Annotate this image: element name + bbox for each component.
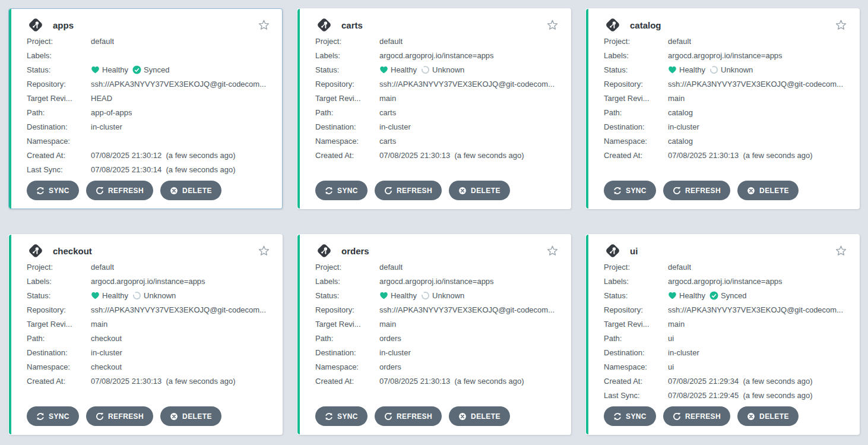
application-card[interactable]: carts Project:defaultLabels:argocd.argop…: [297, 8, 571, 209]
favorite-star-icon[interactable]: [546, 19, 559, 31]
field-row: Namespace:catalog: [604, 134, 850, 148]
field-label: Destination:: [315, 348, 379, 357]
field-label: Status:: [27, 65, 91, 74]
delete-button[interactable]: DELETE: [449, 181, 510, 200]
field-value: in-cluster: [379, 348, 411, 357]
status-unknown: Unknown: [132, 291, 176, 300]
field-row: Path:ui: [604, 331, 850, 345]
application-icon: [27, 16, 45, 34]
status-value: HealthySynced: [91, 65, 169, 74]
application-card[interactable]: apps Project:defaultLabels:Status:Health…: [8, 8, 283, 209]
status-value: HealthyUnknown: [91, 291, 176, 300]
field-value: checkout: [91, 362, 122, 371]
card-actions: SYNC REFRESH DELETE: [315, 406, 561, 426]
delete-button[interactable]: DELETE: [737, 406, 799, 426]
sync-button-label: SYNC: [626, 412, 647, 421]
field-row: Destination:in-cluster: [315, 345, 561, 359]
status-healthy: Healthy: [91, 65, 128, 74]
field-value: catalog: [668, 108, 693, 117]
sync-button[interactable]: SYNC: [27, 181, 79, 200]
healthy-icon: [379, 66, 388, 74]
field-row: Target Revi...main: [604, 91, 850, 105]
refresh-icon: [96, 187, 104, 195]
card-header: checkout: [27, 242, 273, 260]
field-row: Repository:ssh://APKA3NYVY37VEX3EKOJQ@gi…: [27, 77, 273, 91]
field-row: Last Sync:07/08/2025 21:30:14 (a few sec…: [27, 162, 273, 176]
favorite-star-icon[interactable]: [258, 19, 270, 31]
favorite-star-icon[interactable]: [546, 245, 559, 257]
field-label: Destination:: [604, 122, 668, 131]
field-row: Status:HealthySynced: [604, 288, 850, 302]
card-header: catalog: [604, 16, 850, 34]
health-ribbon: [586, 235, 588, 434]
field-label: Namespace:: [604, 362, 668, 371]
healthy-icon: [91, 66, 100, 74]
favorite-star-icon[interactable]: [835, 245, 847, 257]
delete-button[interactable]: DELETE: [449, 406, 510, 426]
favorite-star-icon[interactable]: [258, 245, 270, 257]
field-row: Last Sync:07/08/2025 21:29:45 (a few sec…: [604, 388, 850, 402]
unknown-icon: [132, 291, 141, 300]
field-label: Destination:: [604, 348, 668, 357]
status-value: HealthyUnknown: [379, 65, 464, 74]
field-row: Repository:ssh://APKA3NYVY37VEX3EKOJQ@gi…: [27, 302, 273, 317]
sync-icon: [36, 187, 45, 195]
status-healthy: Healthy: [668, 65, 705, 74]
field-value: 07/08/2025 21:29:34 (a few seconds ago): [668, 377, 813, 386]
refresh-button[interactable]: REFRESH: [86, 181, 153, 200]
refresh-button[interactable]: REFRESH: [663, 406, 730, 426]
delete-button[interactable]: DELETE: [160, 406, 221, 426]
field-value: ssh://APKA3NYVY37VEX3EKOJQ@git-codecom..…: [379, 305, 555, 314]
status-synced: Synced: [132, 65, 169, 74]
refresh-button[interactable]: REFRESH: [375, 181, 442, 200]
refresh-button[interactable]: REFRESH: [86, 406, 153, 426]
sync-button[interactable]: SYNC: [27, 406, 79, 426]
sync-icon: [325, 187, 333, 195]
field-label: Target Revi...: [315, 320, 379, 329]
application-name: ui: [630, 246, 638, 256]
sync-button[interactable]: SYNC: [315, 181, 368, 200]
sync-button-label: SYNC: [49, 412, 69, 421]
refresh-button[interactable]: REFRESH: [375, 406, 442, 426]
application-card[interactable]: checkout Project:defaultLabels:argocd.ar…: [8, 234, 283, 435]
field-row: Repository:ssh://APKA3NYVY37VEX3EKOJQ@gi…: [315, 77, 561, 91]
field-rows: Project:defaultLabels:Status:HealthySync…: [27, 34, 273, 176]
sync-button[interactable]: SYNC: [604, 406, 656, 426]
field-value: default: [668, 263, 691, 272]
field-value: 07/08/2025 21:30:12 (a few seconds ago): [91, 151, 236, 160]
field-value: argocd.argoproj.io/instance=apps: [379, 51, 494, 60]
field-label: Path:: [27, 334, 91, 343]
field-label: Target Revi...: [315, 94, 379, 103]
application-card[interactable]: ui Project:defaultLabels:argocd.argoproj…: [585, 234, 860, 435]
status-label: Healthy: [679, 291, 705, 300]
field-label: Path:: [315, 108, 379, 117]
card-actions: SYNC REFRESH DELETE: [27, 406, 273, 426]
synced-icon: [132, 65, 141, 74]
delete-button[interactable]: DELETE: [737, 181, 799, 200]
field-value: checkout: [91, 334, 122, 343]
sync-button[interactable]: SYNC: [315, 406, 368, 426]
field-value: carts: [379, 137, 396, 146]
sync-button[interactable]: SYNC: [604, 181, 656, 200]
delete-button-label: DELETE: [471, 412, 500, 421]
status-label: Healthy: [391, 65, 417, 74]
card-actions: SYNC REFRESH DELETE: [315, 181, 561, 200]
field-rows: Project:defaultLabels:argocd.argoproj.io…: [604, 34, 850, 162]
delete-icon: [170, 412, 178, 421]
application-card[interactable]: orders Project:defaultLabels:argocd.argo…: [297, 234, 571, 435]
refresh-button[interactable]: REFRESH: [663, 181, 730, 200]
field-label: Created At:: [604, 377, 668, 386]
favorite-star-icon[interactable]: [835, 19, 847, 31]
field-row: Namespace:orders: [315, 359, 561, 374]
application-card[interactable]: catalog Project:defaultLabels:argocd.arg…: [585, 8, 860, 209]
delete-button[interactable]: DELETE: [160, 181, 221, 200]
delete-icon: [747, 187, 755, 195]
field-row: Target Revi...main: [604, 317, 850, 331]
field-rows: Project:defaultLabels:argocd.argoproj.io…: [315, 260, 561, 388]
field-label: Repository:: [27, 305, 91, 314]
field-value: 07/08/2025 21:30:13 (a few seconds ago): [379, 377, 524, 386]
field-row: Project:default: [604, 34, 850, 48]
application-icon: [604, 16, 622, 34]
field-value: argocd.argoproj.io/instance=apps: [668, 277, 783, 286]
status-label: Unknown: [432, 291, 464, 300]
